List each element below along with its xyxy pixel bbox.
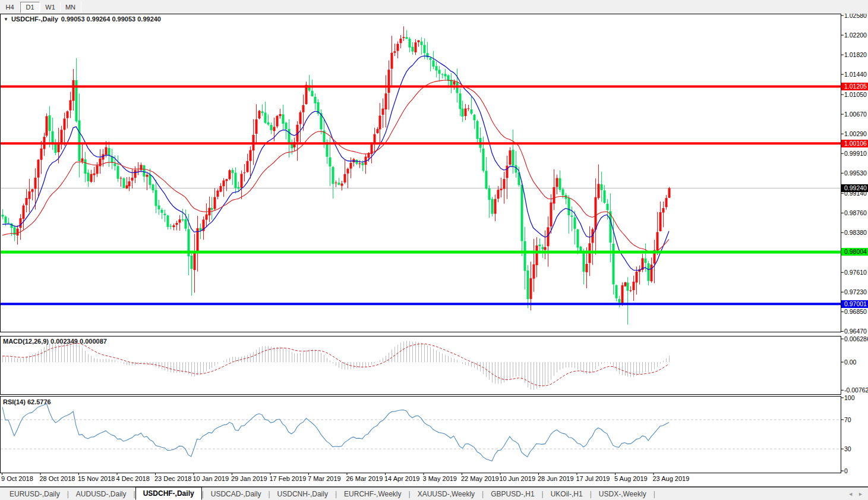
rsi-axis-tick: 30 <box>844 445 851 452</box>
date-axis-label: 28 Jun 2019 <box>538 475 574 483</box>
price-axis-tick: 1.00290 <box>844 130 867 137</box>
date-axis-label: 15 Nov 2018 <box>78 475 115 483</box>
axis-tick-marks <box>2 15 844 475</box>
tab-usdchf-daily[interactable]: USDCHF-,Daily <box>135 487 202 500</box>
macd-indicator-label: MACD(12,26,9) 0.002349 0.000087 <box>3 338 107 345</box>
date-axis-label: 17 Jul 2019 <box>576 475 610 483</box>
rsi-axis-tick: 70 <box>844 416 851 423</box>
horizontal-level-lines[interactable] <box>1 87 841 304</box>
price-badge-0.99240: 0.99240 <box>841 184 868 192</box>
pane-frames <box>0 14 868 487</box>
tab-scroll-left-icon[interactable]: ◄ <box>848 488 853 500</box>
chart-title: ▼ USDCHF-,Daily 0.99053 0.99264 0.99053 … <box>4 15 161 23</box>
date-axis-label: 5 Aug 2019 <box>614 475 648 483</box>
rsi-axis-tick: 0 <box>844 467 848 474</box>
date-axis-label: 29 Jan 2019 <box>231 475 267 483</box>
chart-canvas[interactable] <box>0 0 868 500</box>
tab-eurusd-daily[interactable]: EURUSD-,Daily <box>2 488 67 500</box>
timeframe-button-mn[interactable]: MN <box>61 2 80 13</box>
chart-tab-bar: EURUSD-,Daily|AUDUSD-,Daily|USDCHF-,Dail… <box>0 487 868 500</box>
price-badge-1.00106: 1.00106 <box>841 140 868 147</box>
price-axis-tick: 1.01820 <box>844 51 867 58</box>
price-axis-tick: 0.96470 <box>844 328 867 335</box>
price-axis-tick: 1.01050 <box>844 91 867 98</box>
macd-histogram <box>3 340 670 390</box>
tab-usdcnh-daily[interactable]: USDCNH-,Daily <box>270 488 335 500</box>
price-axis-tick: 0.96850 <box>844 308 867 315</box>
timeframe-button-w1[interactable]: W1 <box>40 2 60 13</box>
tab-audusd-daily[interactable]: AUDUSD-,Daily <box>69 488 134 500</box>
macd-axis-tick: 0.006286 <box>844 335 868 342</box>
price-axis-tick: 0.99530 <box>844 169 867 177</box>
date-axis-label: 23 Dec 2018 <box>154 475 191 483</box>
macd-axis-tick: -0.00762 <box>844 386 868 394</box>
tab-usdx-weekly[interactable]: USDX-,Weekly <box>592 488 654 500</box>
trading-app-window: H4D1W1MN ▼ USDCHF-,Daily 0.99053 0.99264… <box>0 0 868 500</box>
chart-symbol-label: USDCHF-,Daily <box>11 15 58 23</box>
tab-ukoil-h1[interactable]: UKOil-,H1 <box>544 488 590 500</box>
tab-separator: | <box>654 490 655 498</box>
price-axis-tick: 0.98380 <box>844 229 867 236</box>
rsi-indicator-label: RSI(14) 62.5776 <box>3 398 51 405</box>
ma-fast-line <box>2 56 669 271</box>
tab-scroll-arrows: ◄ ► <box>848 488 868 500</box>
timeframe-button-h4[interactable]: H4 <box>0 2 20 13</box>
date-axis-label: 4 Dec 2018 <box>116 475 150 483</box>
rsi-axis-tick: 100 <box>844 394 855 401</box>
tab-xauusd-weekly[interactable]: XAUUSD-,Weekly <box>411 488 482 500</box>
macd-axis-tick: 0.00 <box>844 359 856 366</box>
date-axis-label: 22 May 2019 <box>461 475 499 483</box>
chart-tabs: EURUSD-,Daily|AUDUSD-,Daily|USDCHF-,Dail… <box>0 488 655 500</box>
price-axis-tick: 0.97230 <box>844 288 867 295</box>
chart-ohlc-values: 0.99053 0.99264 0.99053 0.99240 <box>61 15 161 23</box>
rsi-line <box>2 404 669 461</box>
price-axis-tick: 0.99910 <box>844 150 867 157</box>
tab-scroll-right-icon[interactable]: ► <box>858 488 863 500</box>
symbol-dropdown-icon[interactable]: ▼ <box>4 17 8 22</box>
candles-layer <box>2 26 671 325</box>
tab-usdcad-daily[interactable]: USDCAD-,Daily <box>204 488 269 500</box>
price-badge-0.98004: 0.98004 <box>841 248 868 256</box>
date-axis-label: 9 Oct 2018 <box>1 475 33 483</box>
price-badge-1.01205: 1.01205 <box>841 83 868 90</box>
price-badge-0.97001: 0.97001 <box>841 300 868 308</box>
date-axis-label: 10 Jun 2019 <box>500 475 536 483</box>
toolbar-group-separator <box>81 1 81 13</box>
date-axis-label: 3 May 2019 <box>423 475 457 483</box>
timeframe-toolbar: H4D1W1MN <box>0 0 868 14</box>
date-axis-label: 28 Oct 2018 <box>40 475 75 483</box>
tab-gbpusd-h1[interactable]: GBPUSD-,H1 <box>484 488 541 500</box>
price-axis-tick: 1.00670 <box>844 111 867 118</box>
timeframe-button-d1[interactable]: D1 <box>20 2 40 13</box>
price-axis-tick: 0.98760 <box>844 209 867 216</box>
date-axis-label: 10 Jan 2019 <box>193 475 229 483</box>
price-axis-tick: 0.97610 <box>844 269 867 276</box>
price-axis-tick: 1.01440 <box>844 71 867 78</box>
date-axis-label: 17 Feb 2019 <box>270 475 307 483</box>
date-axis-label: 7 Mar 2019 <box>308 475 341 483</box>
date-axis-label: 14 Apr 2019 <box>384 475 419 483</box>
price-axis-tick: 1.02200 <box>844 32 867 39</box>
date-axis-label: 26 Mar 2019 <box>346 475 383 483</box>
tab-eurchf-weekly[interactable]: EURCHF-,Weekly <box>337 488 408 500</box>
date-axis-label: 23 Aug 2019 <box>653 475 690 483</box>
